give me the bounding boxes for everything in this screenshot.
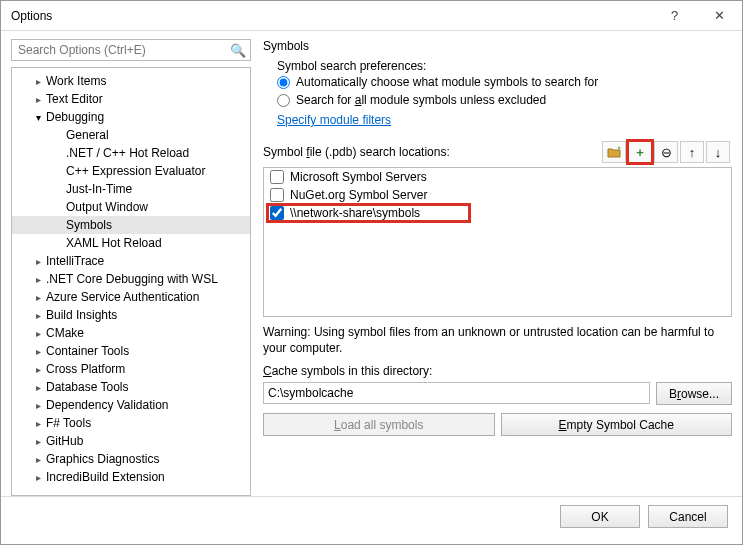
locations-list[interactable]: Microsoft Symbol ServersNuGet.org Symbol… (263, 167, 732, 317)
caret-icon (32, 274, 44, 285)
tree-item[interactable]: Symbols (12, 216, 250, 234)
radio-all-input[interactable] (277, 94, 290, 107)
radio-auto[interactable]: Automatically choose what module symbols… (263, 75, 732, 89)
locations-label: Symbol file (.pdb) search locations: (263, 145, 450, 159)
move-up-button[interactable]: ↑ (680, 141, 704, 163)
search-icon: 🔍 (230, 43, 246, 58)
folder-icon[interactable] (602, 141, 626, 163)
cache-label: Cache symbols in this directory: (263, 364, 732, 378)
browse-button[interactable]: Browse... (656, 382, 732, 405)
empty-cache-button[interactable]: Empty Symbol Cache (501, 413, 733, 436)
tree-item-label: F# Tools (44, 416, 91, 430)
close-button[interactable]: ✕ (697, 1, 742, 31)
caret-icon (32, 94, 44, 105)
tree-item[interactable]: Database Tools (12, 378, 250, 396)
tree-item[interactable]: Azure Service Authentication (12, 288, 250, 306)
location-checkbox[interactable] (270, 170, 284, 184)
tree-item[interactable]: General (12, 126, 250, 144)
tree-item[interactable]: Graphics Diagnostics (12, 450, 250, 468)
tree-item[interactable]: IncrediBuild Extension (12, 468, 250, 486)
caret-icon (32, 436, 44, 447)
location-label: \\network-share\symbols (290, 206, 420, 220)
caret-icon (32, 382, 44, 393)
radio-auto-input[interactable] (277, 76, 290, 89)
tree-item-label: Debugging (44, 110, 104, 124)
tree-item[interactable]: Dependency Validation (12, 396, 250, 414)
load-all-button[interactable]: Load all symbols (263, 413, 495, 436)
tree-item-label: Build Insights (44, 308, 117, 322)
options-tree[interactable]: Work ItemsText EditorDebuggingGeneral.NE… (12, 68, 250, 495)
tree-item-label: .NET Core Debugging with WSL (44, 272, 218, 286)
location-row[interactable]: Microsoft Symbol Servers (264, 168, 731, 186)
tree-item-label: IncrediBuild Extension (44, 470, 165, 484)
tree-item-label: General (64, 128, 109, 142)
tree-item-label: Graphics Diagnostics (44, 452, 159, 466)
tree-item[interactable]: Build Insights (12, 306, 250, 324)
cache-path-input[interactable] (263, 382, 650, 404)
help-button[interactable]: ? (652, 1, 697, 31)
tree-item[interactable]: CMake (12, 324, 250, 342)
cancel-button[interactable]: Cancel (648, 505, 728, 528)
tree-item[interactable]: .NET / C++ Hot Reload (12, 144, 250, 162)
caret-icon (32, 364, 44, 375)
warning-text: Warning: Using symbol files from an unkn… (263, 325, 732, 356)
caret-icon (32, 256, 44, 267)
tree-item-label: XAML Hot Reload (64, 236, 162, 250)
location-label: Microsoft Symbol Servers (290, 170, 427, 184)
tree-item[interactable]: Work Items (12, 72, 250, 90)
tree-item[interactable]: IntelliTrace (12, 252, 250, 270)
radio-all[interactable]: Search for all module symbols unless exc… (263, 93, 732, 107)
tree-item-label: GitHub (44, 434, 83, 448)
tree-item-label: Cross Platform (44, 362, 125, 376)
tree-item-label: IntelliTrace (44, 254, 104, 268)
caret-icon (32, 346, 44, 357)
location-checkbox[interactable] (270, 188, 284, 202)
specify-filters-link[interactable]: Specify module filters (277, 113, 732, 127)
location-checkbox[interactable] (270, 206, 284, 220)
caret-icon (32, 112, 44, 123)
tree-item-label: Database Tools (44, 380, 129, 394)
location-row[interactable]: \\network-share\symbols (264, 204, 731, 222)
tree-item-label: Output Window (64, 200, 148, 214)
tree-item-label: Symbols (64, 218, 112, 232)
ok-button[interactable]: OK (560, 505, 640, 528)
caret-icon (32, 472, 44, 483)
tree-item-label: C++ Expression Evaluator (64, 164, 205, 178)
tree-item[interactable]: Debugging (12, 108, 250, 126)
tree-item[interactable]: XAML Hot Reload (12, 234, 250, 252)
tree-item[interactable]: Output Window (12, 198, 250, 216)
remove-location-button[interactable]: ⊖ (654, 141, 678, 163)
tree-item[interactable]: Container Tools (12, 342, 250, 360)
tree-item[interactable]: Cross Platform (12, 360, 250, 378)
tree-item-label: Work Items (44, 74, 106, 88)
tree-item-label: Text Editor (44, 92, 103, 106)
tree-item-label: Dependency Validation (44, 398, 169, 412)
tree-item[interactable]: F# Tools (12, 414, 250, 432)
tree-item-label: .NET / C++ Hot Reload (64, 146, 189, 160)
tree-item[interactable]: Text Editor (12, 90, 250, 108)
location-label: NuGet.org Symbol Server (290, 188, 427, 202)
tree-item-label: CMake (44, 326, 84, 340)
tree-item[interactable]: C++ Expression Evaluator (12, 162, 250, 180)
search-box[interactable]: 🔍 (11, 39, 251, 61)
radio-all-label: Search for all module symbols unless exc… (296, 93, 546, 107)
tree-item-label: Azure Service Authentication (44, 290, 199, 304)
location-row[interactable]: NuGet.org Symbol Server (264, 186, 731, 204)
add-location-button[interactable]: + (628, 141, 652, 163)
caret-icon (32, 310, 44, 321)
panel-heading: Symbols (263, 39, 732, 53)
tree-item[interactable]: Just-In-Time (12, 180, 250, 198)
tree-item-label: Container Tools (44, 344, 129, 358)
caret-icon (32, 76, 44, 87)
tree-item[interactable]: .NET Core Debugging with WSL (12, 270, 250, 288)
search-input[interactable] (16, 42, 230, 58)
move-down-button[interactable]: ↓ (706, 141, 730, 163)
caret-icon (32, 292, 44, 303)
caret-icon (32, 400, 44, 411)
tree-item-label: Just-In-Time (64, 182, 132, 196)
caret-icon (32, 328, 44, 339)
caret-icon (32, 454, 44, 465)
preferences-label: Symbol search preferences: (263, 59, 732, 73)
tree-item[interactable]: GitHub (12, 432, 250, 450)
caret-icon (32, 418, 44, 429)
